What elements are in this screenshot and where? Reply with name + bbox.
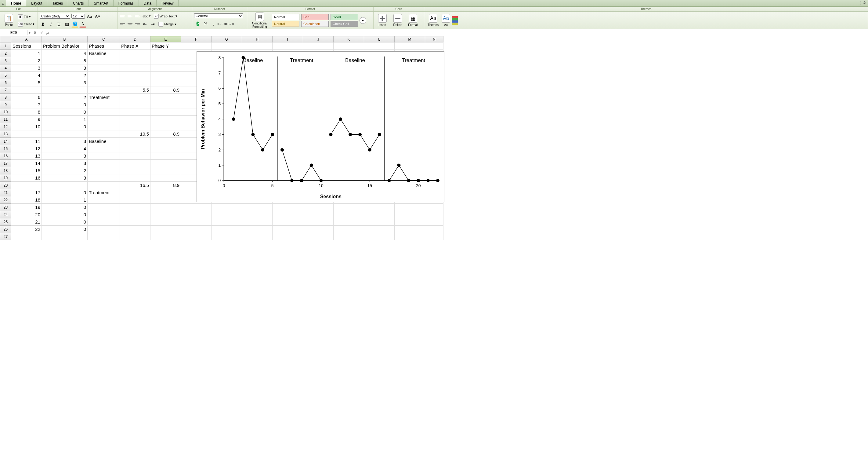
cell-D14[interactable] <box>120 138 151 145</box>
cell-K1[interactable] <box>334 42 364 50</box>
cell-F25[interactable] <box>181 218 212 226</box>
cell-B1[interactable]: Problem Behavior <box>42 42 88 50</box>
style-neutral[interactable]: Neutral <box>272 21 300 27</box>
cell-D26[interactable] <box>120 226 151 233</box>
cell-E13[interactable]: 8.9 <box>151 130 181 138</box>
cell-C23[interactable] <box>88 204 120 211</box>
cell-L26[interactable] <box>364 226 395 233</box>
tab-layout[interactable]: Layout <box>26 0 47 6</box>
row-header-24[interactable]: 24 <box>0 211 11 218</box>
cell-B13[interactable] <box>42 130 88 138</box>
cell-C21[interactable]: Treatment <box>88 189 120 196</box>
cell-J23[interactable] <box>303 204 334 211</box>
cell-A4[interactable]: 3 <box>11 64 42 72</box>
cell-I23[interactable] <box>273 204 303 211</box>
cell-N26[interactable] <box>425 226 443 233</box>
cell-I27[interactable] <box>273 233 303 240</box>
column-header-A[interactable]: A <box>11 36 42 42</box>
decrease-decimal-button[interactable]: .00→.0 <box>226 21 232 27</box>
cell-A11[interactable]: 9 <box>11 116 42 123</box>
cell-J26[interactable] <box>303 226 334 233</box>
cell-B4[interactable]: 3 <box>42 64 88 72</box>
orientation-button[interactable]: abc▾ <box>142 14 152 18</box>
cell-E4[interactable] <box>151 64 181 72</box>
cell-G23[interactable] <box>212 204 242 211</box>
cell-A6[interactable]: 5 <box>11 79 42 86</box>
cell-D8[interactable] <box>120 94 151 101</box>
cell-N1[interactable] <box>425 42 443 50</box>
cell-C18[interactable] <box>88 167 120 174</box>
cell-A27[interactable] <box>11 233 42 240</box>
cell-D4[interactable] <box>120 64 151 72</box>
cell-K27[interactable] <box>334 233 364 240</box>
cell-B3[interactable]: 8 <box>42 57 88 64</box>
cell-E20[interactable]: 8.9 <box>151 182 181 189</box>
cell-L25[interactable] <box>364 218 395 226</box>
clear-button[interactable]: ⌫Clear▾ <box>17 21 35 27</box>
cell-F1[interactable] <box>181 42 212 50</box>
row-header-5[interactable]: 5 <box>0 72 11 79</box>
row-header-22[interactable]: 22 <box>0 196 11 204</box>
cell-E15[interactable] <box>151 145 181 152</box>
increase-indent-button[interactable]: ⇥ <box>150 21 156 27</box>
row-header-14[interactable]: 14 <box>0 138 11 145</box>
cell-C26[interactable] <box>88 226 120 233</box>
cell-E6[interactable] <box>151 79 181 86</box>
cell-M27[interactable] <box>395 233 425 240</box>
column-header-K[interactable]: K <box>334 36 364 42</box>
decrease-indent-button[interactable]: ⇤ <box>142 21 148 27</box>
cell-A7[interactable] <box>11 86 42 94</box>
cell-B11[interactable]: 1 <box>42 116 88 123</box>
home-icon[interactable]: ⌂ <box>0 1 6 5</box>
cell-A10[interactable]: 8 <box>11 109 42 116</box>
cell-E11[interactable] <box>151 116 181 123</box>
theme-fonts-button[interactable]: AaAa <box>441 14 451 27</box>
column-header-M[interactable]: M <box>395 36 425 42</box>
cell-C16[interactable] <box>88 152 120 160</box>
cell-C14[interactable]: Baseline <box>88 138 120 145</box>
cell-B12[interactable]: 0 <box>42 123 88 130</box>
cell-A1[interactable]: Sessions <box>11 42 42 50</box>
cell-E3[interactable] <box>151 57 181 64</box>
cell-A16[interactable]: 13 <box>11 152 42 160</box>
cell-D25[interactable] <box>120 218 151 226</box>
cell-C4[interactable] <box>88 64 120 72</box>
insert-cells-button[interactable]: ➕Insert <box>375 14 390 27</box>
comma-button[interactable]: , <box>210 21 217 27</box>
font-size-select[interactable]: 12 <box>71 14 85 19</box>
delete-cells-button[interactable]: ➖Delete <box>391 14 405 27</box>
font-color-button[interactable]: A <box>79 21 86 28</box>
grow-font-button[interactable]: A▴ <box>86 13 93 19</box>
cell-E24[interactable] <box>151 211 181 218</box>
cell-E2[interactable] <box>151 50 181 57</box>
cell-C1[interactable]: Phases <box>88 42 120 50</box>
cell-D23[interactable] <box>120 204 151 211</box>
style-bad[interactable]: Bad <box>301 14 329 20</box>
cell-H1[interactable] <box>242 42 273 50</box>
cell-A15[interactable]: 12 <box>11 145 42 152</box>
currency-button[interactable]: 💲 <box>194 21 201 27</box>
cell-L27[interactable] <box>364 233 395 240</box>
cell-J24[interactable] <box>303 211 334 218</box>
cell-H23[interactable] <box>242 204 273 211</box>
cell-I1[interactable] <box>273 42 303 50</box>
cell-A23[interactable]: 19 <box>11 204 42 211</box>
cell-E5[interactable] <box>151 72 181 79</box>
tab-review[interactable]: Review <box>157 0 179 6</box>
cell-A22[interactable]: 18 <box>11 196 42 204</box>
formula-input[interactable] <box>50 30 868 35</box>
row-header-15[interactable]: 15 <box>0 145 11 152</box>
cell-A26[interactable]: 22 <box>11 226 42 233</box>
row-header-27[interactable]: 27 <box>0 233 11 240</box>
style-check-cell[interactable]: Check Cell <box>331 21 358 27</box>
row-header-3[interactable]: 3 <box>0 57 11 64</box>
row-header-20[interactable]: 20 <box>0 182 11 189</box>
cell-B25[interactable]: 0 <box>42 218 88 226</box>
align-top-button[interactable] <box>120 13 126 19</box>
tab-smartart[interactable]: SmartArt <box>89 0 113 6</box>
theme-colors-button[interactable] <box>452 16 458 25</box>
cell-B27[interactable] <box>42 233 88 240</box>
row-header-7[interactable]: 7 <box>0 86 11 94</box>
tab-tables[interactable]: Tables <box>47 0 68 6</box>
cell-A19[interactable]: 16 <box>11 174 42 182</box>
